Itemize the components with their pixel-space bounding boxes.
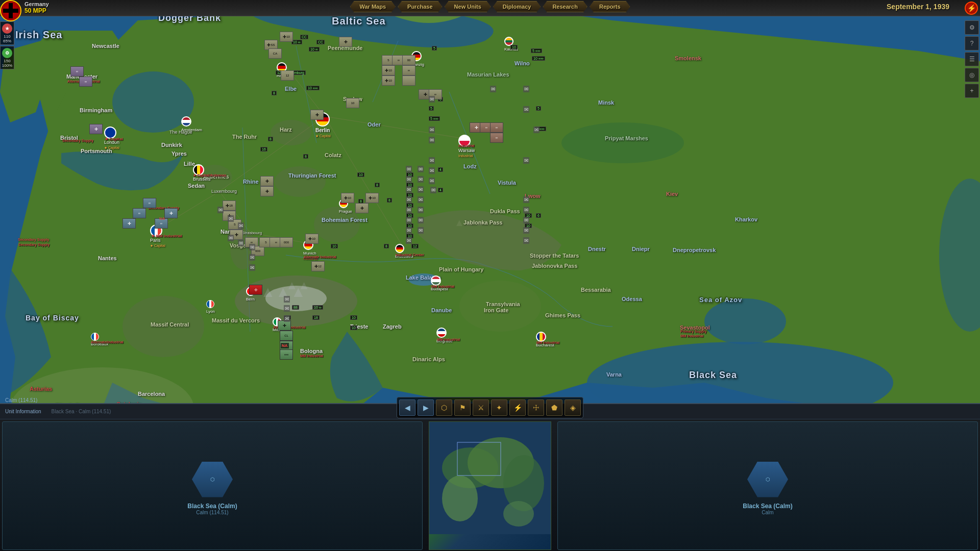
unit-fr-3[interactable]: ∞ xyxy=(143,198,156,208)
next-button[interactable]: ▶ xyxy=(418,399,434,416)
city-the-hague[interactable]: The Hague xyxy=(169,129,192,135)
badge-8-5: 8 xyxy=(387,198,392,203)
unit-de-prague1[interactable]: ✛10 xyxy=(341,193,354,203)
unit-it-1[interactable]: ✛ xyxy=(278,320,291,331)
supply-bucharest: MM Industrial xyxy=(536,341,559,344)
unit-gb-2[interactable]: ∞ xyxy=(70,66,84,77)
unit-de-berlin-1[interactable]: ✛ xyxy=(310,110,324,120)
nav-research[interactable]: Research xyxy=(543,1,587,12)
nation-flag[interactable] xyxy=(0,0,21,21)
unit-de-1[interactable]: ✛10 xyxy=(280,32,293,42)
supply-sevastopol2: MM Industrial xyxy=(680,334,703,338)
right-hex: ⬡ xyxy=(747,462,788,497)
add-icon[interactable]: + xyxy=(965,84,979,98)
toolbar-star[interactable]: ✦ xyxy=(491,399,507,416)
city-lyon[interactable]: Lyon xyxy=(206,300,215,314)
unit-de-peen[interactable]: ✛ xyxy=(339,37,352,47)
zoom-icon[interactable]: ◎ xyxy=(965,68,979,82)
unit-it-4[interactable]: ∞∞ xyxy=(280,349,293,360)
city-brussels[interactable]: Brussels xyxy=(193,164,211,182)
envelope-f6: ✉ xyxy=(249,244,255,251)
unit-de-south1[interactable]: ✛10 xyxy=(305,234,318,244)
envelope-8: ✉ xyxy=(418,196,424,203)
toolbar-flag[interactable]: ⚑ xyxy=(454,399,471,416)
toolbar-bolt[interactable]: ⚡ xyxy=(509,399,526,416)
res2-pct: 100% xyxy=(2,63,13,68)
unit-it-2[interactable]: CL xyxy=(280,331,293,341)
help-icon[interactable]: ? xyxy=(965,36,979,51)
badge-5-1: 5 xyxy=(432,46,437,51)
unit-gb-1[interactable]: ✛ xyxy=(89,124,103,134)
unit-de-e5[interactable]: ∞ xyxy=(402,65,415,76)
badge-10-17: 10 ∞ xyxy=(312,305,323,310)
svg-point-15 xyxy=(314,207,360,242)
unit-de-sk2[interactable]: ✛10 xyxy=(365,193,379,203)
badge-8-2: 8 xyxy=(268,137,273,141)
envelope-16: ✉ xyxy=(523,196,529,203)
unit-fr-2[interactable]: ✛ xyxy=(164,208,178,218)
left-sea-zone[interactable]: ⬡ Black Sea (Calm) Calm (114.51) xyxy=(2,421,423,550)
mini-map[interactable] xyxy=(429,421,551,550)
nav-reports[interactable]: Reports xyxy=(590,1,630,12)
envelope-f4: ✉ xyxy=(228,235,234,241)
unit-de-pl1[interactable]: ✛10 xyxy=(382,76,395,86)
city-bucharest[interactable]: Bucharest xyxy=(536,332,554,347)
envelope-i3: ✉ xyxy=(284,315,290,322)
unit-fr-5[interactable]: ✛ xyxy=(122,218,136,229)
unit-ch-1[interactable]: ✛ xyxy=(249,285,262,295)
nav-war-maps[interactable]: War Maps xyxy=(350,1,396,12)
supply-brest: Secondary Supply xyxy=(18,243,50,246)
supply-paris: ★ MM Industrial xyxy=(151,234,182,238)
unit-de-hamburg[interactable]: 12 xyxy=(281,70,294,81)
envelope-19: ✉ xyxy=(523,227,529,234)
unit-de-e3[interactable]: 00 xyxy=(402,55,415,65)
city-strasbourg[interactable]: Strasbourg xyxy=(242,230,262,235)
unit-de-c5[interactable]: 000 xyxy=(280,237,293,247)
toolbar-hex1[interactable]: ⬡ xyxy=(436,399,452,416)
unit-de-frank1[interactable]: ✛ xyxy=(260,176,274,186)
envelope-e4: ✉ xyxy=(523,106,529,113)
unit-de-pl2[interactable] xyxy=(402,76,415,86)
bottom-toolbar: ◀ ▶ ⬡ ⚑ ⚔ ✦ ⚡ ☩ ⬟ ◈ xyxy=(397,397,583,418)
settings-icon[interactable]: ⚙ xyxy=(965,20,979,35)
unit-de-frank2[interactable]: ✛ xyxy=(260,186,274,196)
unit-pl-3[interactable]: ∞ xyxy=(490,133,503,143)
toolbar-sword[interactable]: ⚔ xyxy=(473,399,489,416)
world-map-svg xyxy=(429,422,551,534)
end-turn-button[interactable]: ⚡ xyxy=(965,2,978,15)
toolbar-cross[interactable]: ☩ xyxy=(528,399,544,416)
envelope-e8: ✉ xyxy=(429,137,435,143)
supply-munich: Alternate Industrial xyxy=(304,255,336,259)
nav-diplomacy[interactable]: Diplomacy xyxy=(493,1,541,12)
toolbar-hex2[interactable]: ⬟ xyxy=(546,399,562,416)
city-luxembourg[interactable]: Luxembourg xyxy=(211,188,237,194)
envelope-2: ✉ xyxy=(418,166,424,172)
city-budapest[interactable]: Budapest xyxy=(431,276,448,291)
unit-pl-4[interactable]: ∞ xyxy=(490,122,503,133)
unit-de-seelow[interactable]: 10 xyxy=(346,98,359,108)
envelope-e6: ✉ xyxy=(523,157,529,164)
unit-de-3[interactable]: CA xyxy=(268,48,282,59)
unit-de-lux1[interactable]: ✛18 xyxy=(223,201,236,211)
svg-point-36 xyxy=(503,501,534,527)
right-sea-zone[interactable]: ⬡ Black Sea (Calm) Calm xyxy=(557,421,978,550)
badge-8-1: 8 xyxy=(272,91,277,95)
svg-point-9 xyxy=(561,122,684,163)
top-nav: War Maps Purchase New Units Diplomacy Re… xyxy=(350,1,630,12)
city-bordeaux[interactable]: Bordeaux xyxy=(91,333,108,346)
toolbar-circle[interactable]: ◈ xyxy=(565,399,581,416)
envelope-f8: ✉ xyxy=(249,264,255,271)
unit-de-sk1[interactable]: ✛ xyxy=(355,203,369,213)
envelope-11: ✉ xyxy=(406,217,412,223)
nav-purchase[interactable]: Purchase xyxy=(398,1,443,12)
mpp-display: 50 MPP xyxy=(24,7,49,14)
nav-new-units[interactable]: New Units xyxy=(445,1,491,12)
nation-info: Germany 50 MPP xyxy=(24,1,49,14)
unit-de-e4[interactable]: ✛10 xyxy=(382,65,395,76)
right-zone-label: Black Sea (Calm) xyxy=(743,503,792,510)
menu-icon[interactable]: ☰ xyxy=(965,52,979,66)
unit-de-south2[interactable]: ✛12 xyxy=(311,261,325,271)
unit-gb-3[interactable]: ∞ xyxy=(79,77,92,87)
prev-button[interactable]: ◀ xyxy=(399,399,415,416)
unit-fr-4[interactable]: ∞ xyxy=(133,208,146,218)
